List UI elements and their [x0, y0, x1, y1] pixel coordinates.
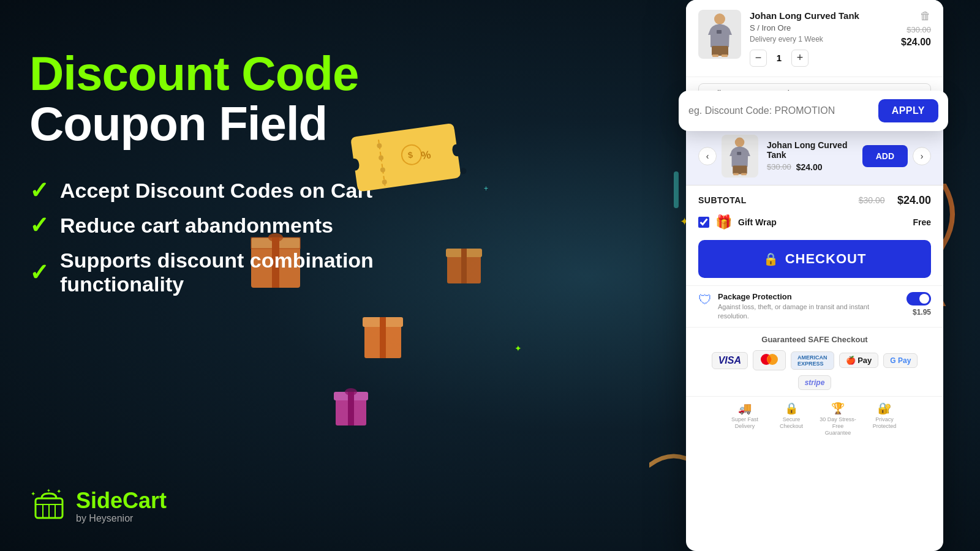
giftwrap-icon: 🎁 [715, 214, 732, 230]
svg-rect-40 [712, 46, 728, 56]
brand-cart-icon: ✦ ✦ ✦ [29, 487, 69, 527]
feature-item-3: ✓ Supports discount combination function… [29, 249, 446, 296]
rec-product-info: Johan Long Curved Tank $30.00 $24.00 [767, 140, 854, 172]
svg-text:✦: ✦ [47, 488, 51, 493]
svg-text:✦: ✦ [31, 490, 36, 497]
giftwrap-row: 🎁 Gift Wrap Free [686, 212, 943, 238]
privacy-trust-icon: 🔐 [878, 402, 891, 415]
brand-logo: ✦ ✦ ✦ SideCart by Heysenior [29, 487, 167, 527]
brand-name: SideCart [76, 490, 167, 512]
item-price-sale: $24.00 [901, 37, 931, 48]
checkmark-3: ✓ [29, 261, 49, 284]
svg-rect-13 [336, 398, 366, 425]
trust-delivery: 🚚 Super Fast Delivery [726, 402, 763, 436]
headline-line1: Discount Code [29, 49, 446, 99]
googlepay-icon: G Pay [883, 353, 918, 368]
qty-increase-button[interactable]: + [791, 50, 809, 67]
discount-code-input[interactable] [688, 99, 872, 122]
protection-row: 🛡 Package Protection Against loss, theft… [686, 285, 943, 328]
protection-toggle[interactable] [907, 292, 931, 305]
stripe-icon: stripe [798, 375, 832, 390]
svg-rect-12 [674, 171, 679, 208]
recommended-carousel: ‹ Johan Long Curved Tank [698, 135, 931, 178]
cart-item: Johan Long Curved Tank S / Iron Ore Deli… [686, 0, 943, 77]
svg-point-16 [345, 388, 357, 395]
svg-rect-41 [712, 54, 718, 57]
ticket-decoration: $ % [348, 122, 483, 196]
svg-rect-7 [380, 317, 386, 358]
applepay-icon: 🍎 Pay [839, 353, 879, 368]
protection-price: $1.95 [913, 308, 931, 317]
checkout-button[interactable]: 🔒 CHECKOUT [698, 240, 931, 278]
cart-widget: Johan Long Curved Tank S / Iron Ore Deli… [686, 0, 943, 551]
svg-rect-44 [737, 152, 741, 155]
svg-rect-9 [446, 249, 482, 257]
feature-item-2: ✓ Reduce cart abandonments [29, 214, 446, 238]
mastercard-icon [753, 350, 786, 370]
visa-icon: VISA [712, 352, 748, 369]
trust-privacy-label: Privacy Protected [866, 416, 903, 430]
trust-secure: 🔒 Secure Checkout [773, 402, 810, 436]
svg-rect-46 [733, 173, 739, 175]
protection-icon: 🛡 [698, 292, 712, 308]
payment-icons: VISA AMERICANEXPRESS 🍎 Pay G Pay stripe [698, 350, 931, 390]
trust-guarantee: 🏆 30 Day Stress-Free Guarantee [820, 402, 856, 436]
svg-text:✦: ✦ [514, 343, 522, 353]
brand-sub: by Heysenior [76, 513, 167, 524]
rec-product-thumbnail [725, 136, 755, 176]
subtotal-row: SUBTOTAL $30.00 $24.00 [686, 186, 943, 212]
svg-text:+: + [484, 184, 488, 192]
toggle-knob [919, 294, 929, 304]
trust-badges: 🚚 Super Fast Delivery 🔒 Secure Checkout … [686, 396, 943, 441]
delete-item-button[interactable]: 🗑 [920, 10, 931, 23]
giftwrap-price: Free [913, 217, 931, 227]
svg-rect-14 [334, 392, 368, 400]
subtotal-sale: $24.00 [897, 194, 931, 207]
brand-text-group: SideCart by Heysenior [76, 490, 167, 524]
qty-value: 1 [773, 53, 785, 63]
item-variant: S / Iron Ore [750, 23, 892, 32]
delivery-trust-icon: 🚚 [738, 402, 752, 415]
svg-rect-6 [363, 317, 403, 327]
amex-icon: AMERICANEXPRESS [791, 351, 834, 370]
apply-discount-button[interactable]: APPLY [878, 99, 938, 122]
svg-text:%: % [420, 149, 432, 162]
carousel-prev-button[interactable]: ‹ [698, 147, 717, 165]
item-price-original: $30.00 [907, 25, 931, 34]
add-to-cart-button[interactable]: ADD [862, 145, 908, 167]
subtotal-original: $30.00 [859, 195, 885, 205]
trust-privacy: 🔐 Privacy Protected [866, 402, 903, 436]
rec-price-original: $30.00 [767, 162, 791, 171]
safe-checkout-title: Guaranteed SAFE Checkout [698, 335, 931, 344]
checkout-label: CHECKOUT [785, 251, 867, 267]
rec-product: Johan Long Curved Tank $30.00 $24.00 ADD [722, 135, 908, 178]
item-name: Johan Long Curved Tank [750, 10, 892, 22]
left-panel: Discount Code Coupon Field $ % ✓ Accept … [29, 49, 446, 296]
rec-product-image [722, 135, 758, 178]
qty-decrease-button[interactable]: − [750, 50, 767, 67]
discount-section: APPLY [679, 91, 948, 131]
carousel-next-button[interactable]: › [913, 147, 931, 165]
svg-rect-42 [722, 54, 728, 57]
item-qty-row: − 1 + [750, 50, 892, 67]
item-details: Johan Long Curved Tank S / Iron Ore Deli… [750, 10, 892, 67]
svg-point-28 [454, 125, 461, 132]
checkmark-2: ✓ [29, 214, 49, 237]
svg-point-29 [460, 168, 467, 174]
svg-rect-45 [733, 166, 747, 174]
svg-point-38 [714, 13, 725, 24]
rec-prices: $30.00 $24.00 [767, 162, 854, 172]
protection-desc: Against loss, theft, or damage in transi… [718, 302, 900, 321]
trust-delivery-label: Super Fast Delivery [726, 416, 763, 430]
secure-trust-icon: 🔒 [785, 402, 798, 415]
giftwrap-checkbox[interactable] [698, 217, 709, 228]
guarantee-trust-icon: 🏆 [831, 402, 845, 415]
protection-toggle-group: $1.95 [907, 292, 931, 317]
svg-rect-10 [461, 249, 467, 283]
features-list: ✓ Accept Discount Codes on Cart ✓ Reduce… [29, 179, 446, 296]
subtotal-label: SUBTOTAL [698, 195, 747, 205]
item-price-column: 🗑 $30.00 $24.00 [901, 10, 931, 48]
svg-rect-8 [447, 254, 481, 283]
svg-text:✦: ✦ [56, 488, 61, 495]
trust-guarantee-label: 30 Day Stress-Free Guarantee [820, 416, 856, 436]
